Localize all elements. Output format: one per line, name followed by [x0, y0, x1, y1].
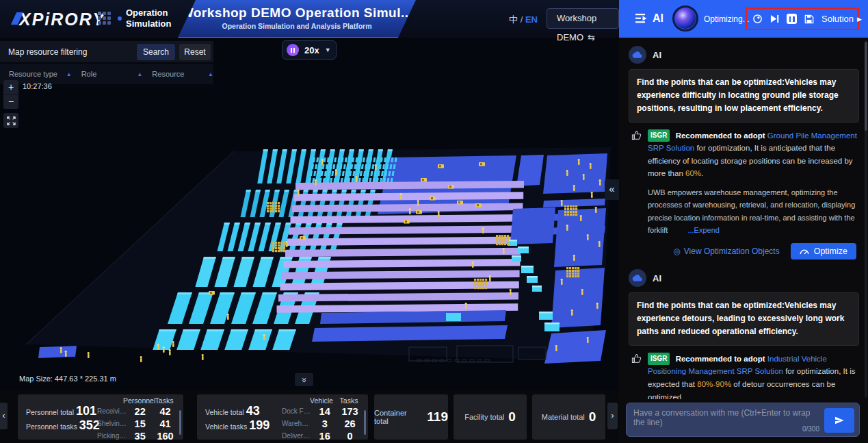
filter-title: Map resource filtering: [8, 47, 137, 57]
vehicle-tasks-value: 199: [249, 418, 269, 432]
table-row: Delivery V...160: [282, 430, 363, 442]
ai-avatar: [629, 46, 646, 64]
table-scrollbar[interactable]: [364, 410, 366, 435]
simulation-clock: 10:27:36: [23, 82, 52, 90]
ai-avatar: [629, 269, 646, 287]
resource-stats-bar: ‹ Personnel total101 Personnel tasks352 …: [0, 390, 619, 443]
map-resource-filter: Map resource filtering Search Reset Reso…: [0, 41, 213, 84]
solution-button[interactable]: Solution ▶: [821, 14, 862, 24]
chat-message-list[interactable]: AI Find the points that can be optimized…: [619, 38, 863, 399]
collapse-stats-button[interactable]: »: [295, 373, 313, 386]
simulation-speed-dropdown[interactable]: 20x ▼: [282, 40, 337, 60]
chevron-down-icon: ▼: [325, 47, 331, 53]
sort-up-icon: ▲: [208, 71, 213, 77]
simulation-controls: Solution ▶: [746, 8, 859, 30]
resource-type-dropdown[interactable]: Resource type ▲: [9, 70, 72, 78]
finding-text: Find the points that can be optimized:Ve…: [629, 69, 859, 123]
recommendation-text: ISGR Recommended to adopt Industrial Veh…: [648, 353, 858, 399]
zoom-in-button[interactable]: +: [3, 80, 18, 94]
page-subtitle: Operation Simulation and Analysis Platfo…: [178, 22, 416, 30]
isgr-badge: ISGR: [648, 353, 670, 365]
view-optimization-objects-link[interactable]: ◎ View Optimization Objects: [673, 246, 779, 256]
stats-next-button[interactable]: ›: [607, 403, 618, 429]
page-title: Workshop DEMO Operation Simul...: [178, 5, 416, 21]
table-row: Dock Forklift.14173: [282, 405, 363, 418]
personnel-total-value: 101: [76, 404, 96, 418]
ai-status-text: Optimizing...: [704, 14, 750, 24]
cloud-icon: [632, 274, 643, 282]
product-name: Operation Simulation: [126, 8, 171, 29]
reset-button[interactable]: Reset: [179, 44, 211, 60]
pause-icon: [287, 44, 299, 56]
chat-input[interactable]: [633, 408, 817, 432]
app-grid-icon[interactable]: [98, 12, 111, 25]
chevron-right-icon: ▶: [857, 16, 862, 23]
app-root: Map resource filtering Search Reset Reso…: [0, 0, 868, 443]
facility-total-value: 0: [508, 409, 516, 425]
vehicle-total-value: 43: [246, 404, 260, 418]
skip-next-icon: [770, 14, 779, 23]
container-stats-card: Container total 119: [374, 394, 448, 440]
save-button[interactable]: [804, 14, 814, 24]
resource-dropdown[interactable]: Resource ▲: [152, 70, 213, 78]
table-row: Receiving ...2242: [97, 405, 178, 418]
expand-link[interactable]: ...Expend: [687, 226, 719, 234]
save-icon: [804, 14, 814, 24]
thumbs-up-icon[interactable]: [631, 353, 648, 399]
material-stats-card: Material total 0: [532, 394, 605, 440]
table-row: Shelving S...1541: [97, 418, 178, 430]
lang-zh[interactable]: 中: [509, 14, 518, 25]
expand-icon: [7, 116, 16, 125]
personnel-table[interactable]: Personnel Tasks Receiving ...2242 Shelvi…: [97, 396, 178, 442]
table-row: Picking Staff.35160: [97, 430, 178, 442]
skip-next-button[interactable]: [770, 14, 779, 23]
search-button[interactable]: Search: [137, 44, 175, 60]
gauge-icon: [800, 248, 809, 255]
target-icon: ◎: [673, 246, 680, 256]
optimize-button[interactable]: Optimize: [791, 243, 856, 260]
paper-plane-icon: [834, 415, 845, 426]
role-dropdown[interactable]: Role ▲: [81, 70, 143, 78]
dot-icon: [118, 16, 122, 21]
collapse-panel-button[interactable]: «: [605, 179, 619, 200]
highlight-value: 80%-90%: [697, 380, 731, 388]
material-total-value: 0: [589, 409, 596, 425]
ai-label: AI: [653, 12, 663, 25]
sort-up-icon: ▲: [66, 71, 72, 77]
sort-up-icon: ▲: [137, 71, 142, 77]
fullscreen-button[interactable]: [3, 113, 18, 128]
personnel-stats-card: Personnel total101 Personnel tasks352 Pe…: [18, 394, 183, 440]
pause-button[interactable]: [787, 14, 797, 24]
map-size-label: Map Size: 447.63 * 225.31 m: [19, 375, 116, 383]
zoom-out-button[interactable]: −: [3, 94, 18, 109]
cloud-icon: [632, 51, 643, 59]
ai-menu-button[interactable]: AI: [635, 12, 663, 25]
recommendation-text: ISGR Recommended to adopt Ground Pile Ma…: [648, 129, 858, 237]
lang-en[interactable]: EN: [525, 14, 538, 25]
isgr-badge: ISGR: [648, 129, 670, 142]
highlight-value: 60%: [685, 169, 701, 177]
ai-message: AI Find the points that can be optimized…: [629, 46, 859, 260]
pause-icon: [787, 14, 797, 24]
language-toggle[interactable]: 中 / EN: [509, 14, 538, 26]
record-button[interactable]: [752, 14, 763, 24]
vehicle-table[interactable]: Vehicle Tasks Dock Forklift.14173 Wareho…: [282, 396, 363, 442]
ai-panel-header: AI Optimizing...: [619, 0, 868, 38]
vehicle-stats-card: Vehicle total43 Vehicle tasks199 Vehicle…: [197, 394, 368, 440]
speed-value: 20x: [304, 45, 319, 55]
stats-prev-button[interactable]: ‹: [0, 403, 8, 429]
send-button[interactable]: [824, 408, 854, 433]
workspace-switch-button[interactable]: Workshop DEMO⇆: [547, 8, 619, 29]
record-icon: [752, 14, 763, 24]
thumbs-up-icon[interactable]: [631, 129, 648, 237]
chat-scrollbar[interactable]: [865, 40, 867, 398]
chat-input-box: 0/300: [626, 403, 860, 437]
table-scrollbar[interactable]: [179, 410, 181, 435]
ai-message: AI Find the points that can be optimized…: [629, 269, 859, 399]
switch-icon: ⇆: [588, 32, 595, 42]
char-counter: 0/300: [802, 425, 819, 433]
ai-chat-panel: AI Find the points that can be optimized…: [619, 38, 868, 443]
container-total-value: 119: [427, 409, 448, 425]
table-row: Warehous...326: [282, 418, 363, 430]
ai-orb-logo: [672, 5, 698, 31]
